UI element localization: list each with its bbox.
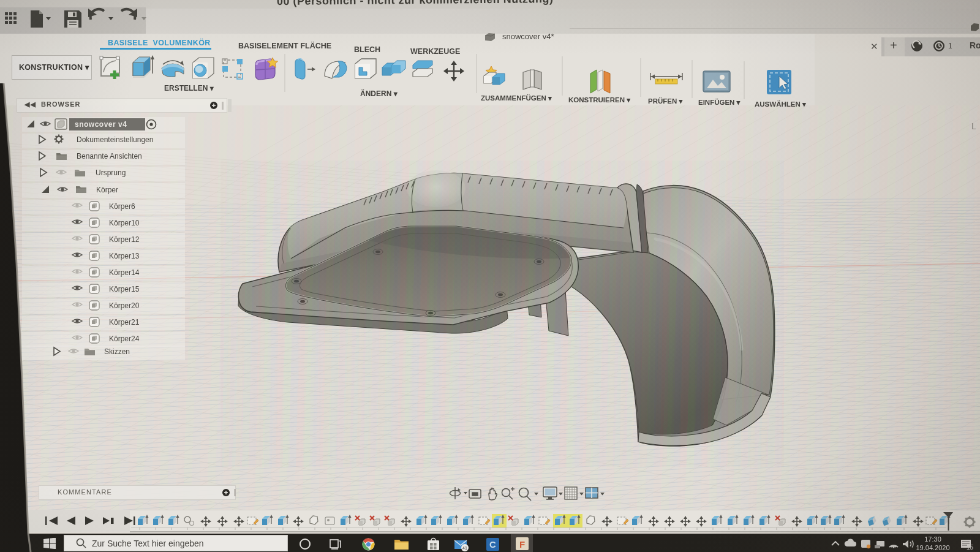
svg-text:41: 41 bbox=[462, 546, 467, 550]
svg-text:C: C bbox=[489, 539, 496, 550]
svg-text:F: F bbox=[519, 539, 525, 550]
